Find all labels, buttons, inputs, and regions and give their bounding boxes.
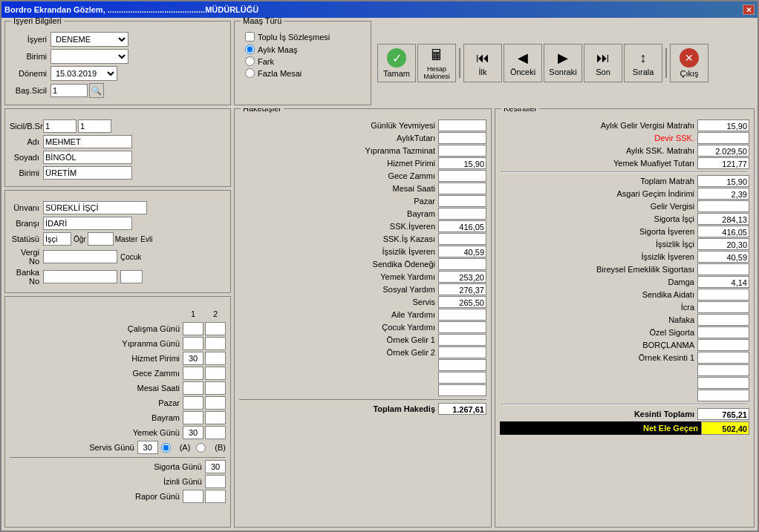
yemek-gunu-1[interactable] [183,426,203,439]
gece-zammi-label: Gece Zammı [10,369,183,378]
fazla-mesai-radio[interactable] [245,68,255,78]
pazar-2[interactable] [205,396,226,410]
vergi-no-input[interactable] [43,250,117,263]
hesap-makinesi-label: HesapMakinesi [423,65,450,80]
hadedis-label-12: Yemek Yardımı [239,272,438,281]
ilk-label: İlk [479,68,487,76]
hadedis-value-11 [438,258,486,270]
yemek-gunu-2[interactable] [205,426,226,439]
banka-no-input[interactable] [43,270,117,283]
unvani-label: Ünvanı [10,203,43,212]
hizmet-pirimi-1[interactable] [183,352,203,365]
devir-ssk-value [697,132,749,144]
hadedis-row-17: Örnek Gelir 1 [239,334,486,346]
asgari-row: Asgari Geçim İndirimi 2,39 [500,188,749,200]
banka-no-row: Banka No [10,268,226,286]
sigorta-isci-label: Sigorta İşçi [500,214,697,223]
calisma-gunu-2[interactable] [205,322,226,335]
birimi-select[interactable] [51,49,128,64]
hadedis-row-11: Sendika Ödeneği [239,258,486,270]
gelir-vergisi-label: Gelir Vergisi [500,202,697,211]
hadedis-label-9: SSK.İş Kazası [239,234,438,243]
sirala-button[interactable]: ↕ Sırala [624,44,662,82]
aylik-maas-radio[interactable] [245,45,255,54]
hadedis-row-0: Günlük Yevmiyesi [239,119,486,131]
calisma-gunu-row: Çalışma Günü [10,322,226,335]
bsr-input[interactable]: 1 [78,119,111,133]
hesap-makinesi-button[interactable]: 🖩 HesapMakinesi [417,44,456,82]
bayram-1[interactable] [183,411,203,424]
hadedis-value-18 [438,347,486,358]
hadedis-row-1: AylıkTutarı [239,132,486,144]
close-button[interactable]: ✕ [743,4,755,15]
sicil-input[interactable]: 1 [43,119,76,133]
bransi-label: Branşı [10,219,43,228]
cikis-button[interactable]: ✕ Çıkış [670,44,708,82]
hizmet-pirimi-2[interactable] [205,352,226,365]
hadedis-label-13: Sosyal Yardım [239,285,438,294]
toplam-matrah-row: Toplam Matrah 15,90 [500,175,749,187]
yipranma-gunu-row: Yıpranma Günü [10,337,226,350]
toplu-is-checkbox[interactable] [245,32,255,42]
gece-zammi-1[interactable] [183,367,203,380]
issizlik-isci-value: 20,30 [697,238,749,250]
mesai-saati-1[interactable] [183,381,203,395]
yipranma-gunu-1[interactable] [183,337,203,350]
ab-a-radio[interactable] [161,443,171,453]
rapor-gunu-input[interactable] [183,490,203,503]
pazar-1[interactable] [183,396,203,410]
sendika-row: Sendika Aidatı [500,289,749,301]
ilk-button[interactable]: ⏮ İlk [463,44,502,82]
yipranma-gunu-2[interactable] [205,337,226,350]
birimi-personal-input[interactable]: ÜRETİM [43,166,132,180]
statusu-label: Statüsü [10,234,43,243]
sonraki-label: Sonraki [549,68,576,76]
izinli-gunu-input[interactable] [205,475,226,488]
ab-b-radio[interactable] [196,443,206,453]
bransi-input[interactable]: İDARİ [43,217,132,230]
empty-value-1 [697,364,749,376]
evli-label: Evli [140,235,152,243]
isyeri-row: İşyeri DENEME [10,32,226,47]
mesai-saati-2[interactable] [205,381,226,395]
gece-zammi-row: Gece Zammı [10,367,226,380]
donemi-select[interactable]: 15.03.2019 [51,66,117,81]
banka-no-extra[interactable] [120,270,143,283]
borclanma-value [697,339,749,351]
hadedis-row-18: Örnek Gelir 2 [239,347,486,358]
gece-zammi-2[interactable] [205,367,226,380]
toolbar-separator-1 [459,48,460,78]
ogr-input[interactable] [88,232,114,246]
soyadi-input[interactable]: BİNGÖL [43,151,132,164]
sigorta-gunu-input[interactable] [205,460,226,473]
sonraki-button[interactable]: ▶ Sonraki [544,44,582,82]
tamam-button[interactable]: ✓ Tamam [377,44,416,82]
rapor-gunu-2[interactable] [205,490,226,503]
servis-gunu-label: Servis Günü [10,443,137,452]
left-panel: Sicil/B.Sr. 1 1 Adı MEHMET Soyadı BİNGÖL… [4,108,231,528]
son-button[interactable]: ⏭ Son [584,44,622,82]
unvani-input[interactable]: SÜREKLİ İŞÇİ [43,201,147,214]
aylik-ssk-row: Aylık SSK. Matrahı 2.029,50 [500,145,749,157]
servis-gunu-1[interactable] [137,441,158,454]
isyeri-select[interactable]: DENEME [51,32,128,47]
main-row: Sicil/B.Sr. 1 1 Adı MEHMET Soyadı BİNGÖL… [4,108,755,528]
cikis-icon: ✕ [680,48,699,68]
onceki-button[interactable]: ◀ Önceki [504,44,542,82]
toplam-hakdis-value: 1.267,61 [438,403,486,415]
bayram-2[interactable] [205,411,226,424]
hadedis-label-16: Çocuk Yardımı [239,323,438,332]
search-button[interactable]: 🔍 [89,83,104,98]
bas-sicil-input[interactable]: 1 [51,84,88,97]
ab-radio-group: (A) (B) [161,443,226,453]
fark-radio[interactable] [245,56,255,66]
hadedis-row-15: Aile Yardımı [239,309,486,321]
hadedis-value-14: 265,50 [438,296,486,308]
hadedis-label-11: Sendika Ödeneği [239,260,438,269]
maas-turu-title: Maaş Türü [241,18,284,25]
hakedisler-divider [239,399,486,400]
calisma-gunu-1[interactable] [183,322,203,335]
adi-input[interactable]: MEHMET [43,135,132,148]
birimi-label: Birimi [10,52,51,61]
statusu-input[interactable]: İşçi [43,232,71,246]
